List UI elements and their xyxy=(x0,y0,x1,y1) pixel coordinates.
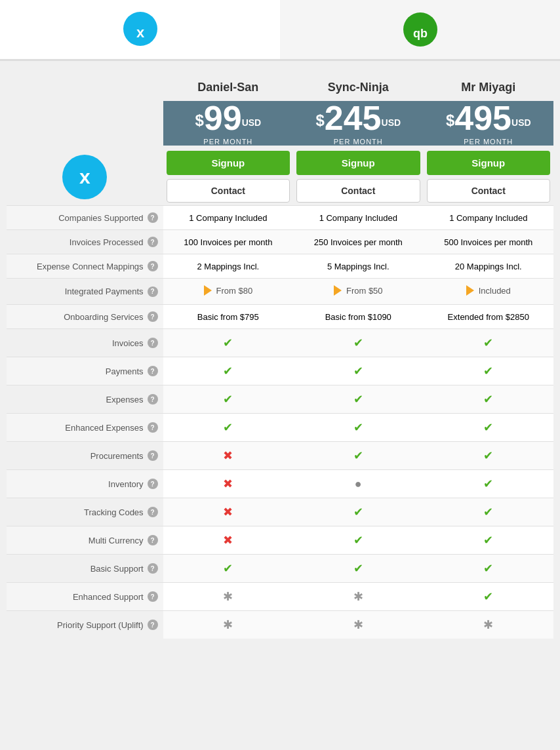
feature-value-11-2: ✔ xyxy=(424,498,554,526)
price-cell-mr-miyagi: $495USD PER MONTH xyxy=(424,101,554,146)
feature-label-text: Procurements xyxy=(90,451,144,461)
question-icon[interactable]: ? xyxy=(148,479,158,489)
question-icon[interactable]: ? xyxy=(148,535,158,545)
feature-value-5-1: ✔ xyxy=(293,329,423,357)
feature-value-0-1: 1 Company Included xyxy=(293,206,423,230)
feature-label-text: Invoices Processed xyxy=(70,237,144,247)
feature-label-15: Priority Support (Uplift)? xyxy=(7,611,163,639)
arrow-icon xyxy=(466,285,474,296)
contact-button-sync-ninja[interactable]: Contact xyxy=(296,179,420,203)
xero-logo-large: x xyxy=(62,155,107,199)
xero-logo-cell: x xyxy=(7,146,163,206)
feature-value-6-0: ✔ xyxy=(163,357,293,385)
feature-value-9-1: ✔ xyxy=(293,442,423,470)
check-icon: ✔ xyxy=(353,562,363,575)
text-value: 250 Invoices per month xyxy=(314,237,403,247)
feature-value-3-1: From $50 xyxy=(293,279,423,305)
question-icon[interactable]: ? xyxy=(148,237,158,247)
feature-value-1-0: 100 Invoices per month xyxy=(163,230,293,254)
action-row: x Signup Contact Signup Contact Signup C… xyxy=(7,146,553,206)
feature-row: Onboarding Services?Basic from $795Basic… xyxy=(7,305,553,329)
question-icon[interactable]: ? xyxy=(148,212,158,223)
text-value: 1 Company Included xyxy=(189,213,267,223)
check-icon: ✔ xyxy=(353,393,363,406)
signup-button-sync-ninja[interactable]: Signup xyxy=(296,151,420,175)
tab-xero[interactable]: x xyxy=(0,0,280,59)
question-icon[interactable]: ? xyxy=(148,261,158,271)
check-icon: ✔ xyxy=(223,393,233,406)
plan-name-row: Daniel-San Sync-Ninja Mr Miyagi xyxy=(7,74,553,101)
qb-tab-logo: qb xyxy=(403,12,437,47)
feature-value-3-0: From $80 xyxy=(163,279,293,305)
contact-button-daniel-san[interactable]: Contact xyxy=(167,179,290,203)
feature-value-7-1: ✔ xyxy=(293,385,423,414)
feature-value-14-0: ✱ xyxy=(163,583,293,611)
text-value: Extended from $2850 xyxy=(448,312,529,322)
feature-label-text: Multi Currency xyxy=(89,536,144,545)
pricing-section: Daniel-San Sync-Ninja Mr Miyagi $99USD P… xyxy=(0,61,560,652)
check-icon: ✔ xyxy=(483,393,493,406)
check-icon: ✔ xyxy=(353,421,363,434)
circle-icon: ● xyxy=(355,477,362,490)
signup-button-daniel-san[interactable]: Signup xyxy=(167,151,290,175)
feature-label-text: Expenses xyxy=(106,395,144,405)
feature-row: Expense Connect Mappings?2 Mappings Incl… xyxy=(7,254,553,279)
signup-button-mr-miyagi[interactable]: Signup xyxy=(427,151,551,175)
arrow-text: From $80 xyxy=(204,285,253,296)
feature-value-15-2: ✱ xyxy=(424,611,554,639)
feature-value-12-1: ✔ xyxy=(293,526,423,555)
price-cell-sync-ninja: $245USD PER MONTH xyxy=(293,101,423,146)
feature-value-6-1: ✔ xyxy=(293,357,423,385)
feature-value-15-0: ✱ xyxy=(163,611,293,639)
feature-value-10-2: ✔ xyxy=(424,470,554,498)
feature-value-7-0: ✔ xyxy=(163,385,293,414)
check-icon: ✔ xyxy=(483,336,493,349)
check-icon: ✔ xyxy=(483,505,493,519)
check-icon: ✔ xyxy=(353,365,363,378)
question-icon[interactable]: ? xyxy=(148,394,158,405)
text-value: 1 Company Included xyxy=(449,213,527,223)
check-icon: ✔ xyxy=(223,562,233,575)
arrow-text: Included xyxy=(466,285,511,296)
svg-text:qb: qb xyxy=(413,27,428,40)
feature-row: Invoices?✔✔✔ xyxy=(7,329,553,357)
svg-text:x: x xyxy=(136,24,144,39)
feature-label-text: Basic Support xyxy=(90,564,144,574)
question-icon[interactable]: ? xyxy=(148,422,158,433)
tab-qb[interactable]: qb xyxy=(280,0,560,59)
question-icon[interactable]: ? xyxy=(148,366,158,376)
cross-icon: ✖ xyxy=(223,449,233,462)
feature-label-text: Priority Support (Uplift) xyxy=(57,620,143,630)
feature-value-2-2: 20 Mappings Incl. xyxy=(424,254,554,279)
question-icon[interactable]: ? xyxy=(148,591,158,602)
question-icon[interactable]: ? xyxy=(148,563,158,574)
question-icon[interactable]: ? xyxy=(148,620,158,630)
feature-label-9: Procurements? xyxy=(7,442,163,470)
feature-value-13-2: ✔ xyxy=(424,555,554,583)
feature-value-6-2: ✔ xyxy=(424,357,554,385)
price-label-empty xyxy=(7,101,163,146)
text-value: 500 Invoices per month xyxy=(444,237,532,247)
contact-button-mr-miyagi[interactable]: Contact xyxy=(427,179,551,203)
feature-label-10: Inventory? xyxy=(7,470,163,498)
question-icon[interactable]: ? xyxy=(148,338,158,348)
question-icon[interactable]: ? xyxy=(148,311,158,322)
feature-row: Tracking Codes?✖✔✔ xyxy=(7,498,553,526)
feature-value-0-2: 1 Company Included xyxy=(424,206,554,230)
question-icon[interactable]: ? xyxy=(148,450,158,461)
feature-row: Invoices Processed?100 Invoices per mont… xyxy=(7,230,553,254)
arrow-text: From $50 xyxy=(334,285,383,296)
feature-value-9-2: ✔ xyxy=(424,442,554,470)
feature-label-1: Invoices Processed? xyxy=(7,230,163,254)
question-icon[interactable]: ? xyxy=(148,286,158,297)
check-icon: ✔ xyxy=(223,365,233,378)
check-icon: ✔ xyxy=(483,590,493,603)
question-icon[interactable]: ? xyxy=(148,507,158,517)
action-cell-daniel-san: Signup Contact xyxy=(163,146,293,206)
action-cell-sync-ninja: Signup Contact xyxy=(293,146,423,206)
check-icon: ✔ xyxy=(483,365,493,378)
feature-value-5-2: ✔ xyxy=(424,329,554,357)
feature-label-13: Basic Support? xyxy=(7,555,163,583)
feature-label-2: Expense Connect Mappings? xyxy=(7,254,163,279)
feature-row: Enhanced Support?✱✱✔ xyxy=(7,583,553,611)
